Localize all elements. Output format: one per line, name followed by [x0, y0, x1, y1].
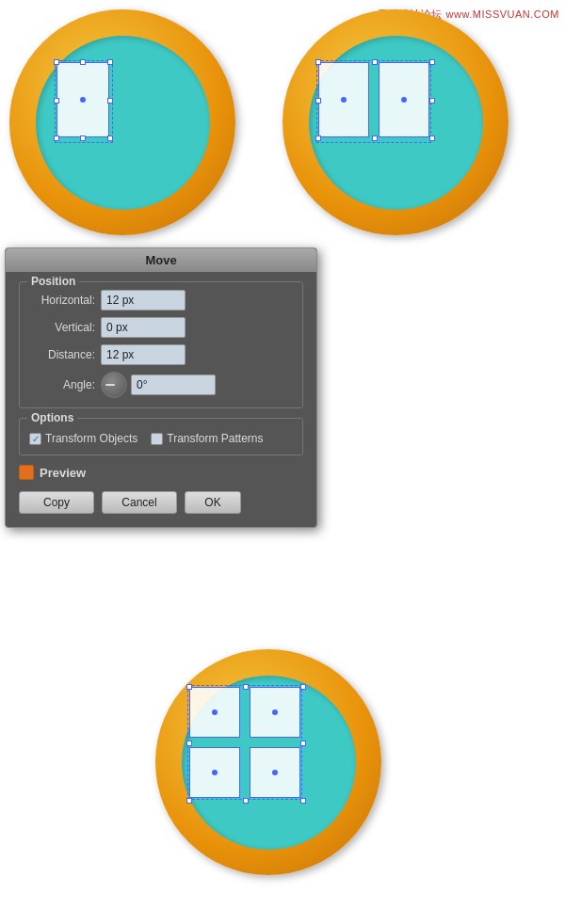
- selected-rect-1: [56, 62, 109, 137]
- options-section: Options ✓ Transform Objects Transform Pa…: [19, 418, 303, 455]
- dialog-body: Position Horizontal: Vertical: Distance:…: [6, 272, 316, 527]
- angle-input[interactable]: [131, 374, 216, 395]
- rect-tl: [189, 687, 240, 738]
- move-dialog: Move Position Horizontal: Vertical: Dist…: [5, 247, 317, 528]
- cancel-button[interactable]: Cancel: [102, 491, 177, 514]
- transform-patterns-label: Transform Patterns: [167, 432, 263, 445]
- options-label: Options: [27, 411, 77, 424]
- options-checkboxes: ✓ Transform Objects Transform Patterns: [29, 432, 293, 445]
- angle-label: Angle:: [29, 378, 95, 391]
- rect-bl: [189, 747, 240, 798]
- transform-objects-checkbox[interactable]: ✓: [29, 433, 41, 445]
- preview-label: Preview: [40, 466, 86, 480]
- vertical-row: Vertical:: [29, 317, 293, 338]
- rect-br: [250, 747, 300, 798]
- ok-button[interactable]: OK: [185, 491, 241, 514]
- distance-input[interactable]: [101, 344, 186, 365]
- circle-inner-1: [36, 36, 210, 210]
- circle-inner-2: [309, 36, 483, 210]
- transform-objects-label: Transform Objects: [45, 432, 137, 445]
- horizontal-input[interactable]: [101, 290, 186, 311]
- dialog-title: Move: [6, 248, 316, 272]
- distance-row: Distance:: [29, 344, 293, 365]
- transform-patterns-checkbox[interactable]: [151, 433, 163, 445]
- position-section: Position Horizontal: Vertical: Distance:…: [19, 281, 303, 408]
- preview-checkbox[interactable]: [19, 465, 34, 480]
- horizontal-label: Horizontal:: [29, 294, 95, 307]
- vertical-input[interactable]: [101, 317, 186, 338]
- transform-patterns-item[interactable]: Transform Patterns: [151, 432, 263, 445]
- distance-label: Distance:: [29, 348, 95, 361]
- angle-row: Angle:: [29, 372, 293, 398]
- circle-top-left: [9, 9, 235, 235]
- horizontal-row: Horizontal:: [29, 290, 293, 311]
- circle-outer-1: [9, 9, 235, 235]
- position-label: Position: [27, 275, 79, 288]
- transform-objects-item[interactable]: ✓ Transform Objects: [29, 432, 137, 445]
- selected-rect-2a: [318, 62, 369, 137]
- preview-row: Preview: [19, 465, 303, 480]
- button-row: Copy Cancel OK: [19, 491, 303, 514]
- circle-outer-3: [155, 649, 381, 875]
- vertical-label: Vertical:: [29, 321, 95, 334]
- angle-dial[interactable]: [101, 372, 127, 398]
- rect-tr: [250, 687, 300, 738]
- circle-bottom-center: [155, 649, 381, 875]
- copy-button[interactable]: Copy: [19, 491, 94, 514]
- circle-outer-2: [282, 9, 508, 235]
- circle-inner-3: [182, 676, 356, 850]
- selected-rect-2b: [379, 62, 429, 137]
- circle-top-right: [282, 9, 508, 235]
